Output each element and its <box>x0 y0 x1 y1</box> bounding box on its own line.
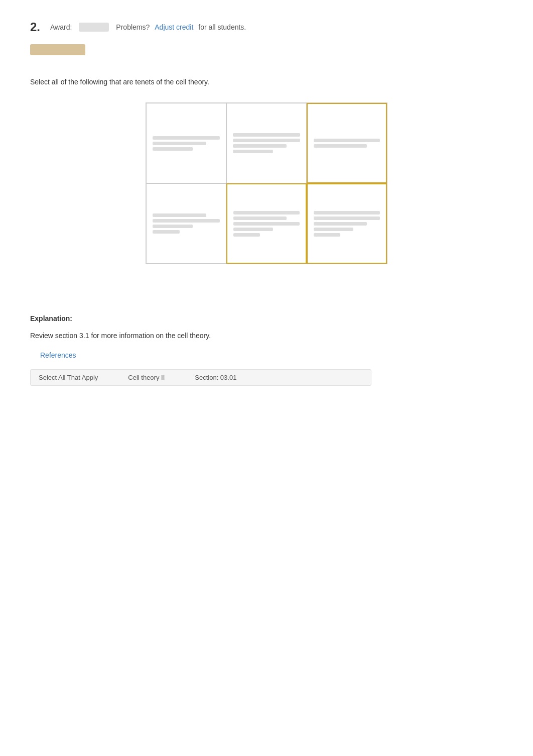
card-5-line-5 <box>233 233 260 237</box>
card-3-line-2 <box>314 144 367 148</box>
card-1-line-1 <box>153 136 220 140</box>
card-4-content <box>153 190 220 257</box>
card-4-line-2 <box>153 219 220 223</box>
card-3[interactable] <box>307 103 387 183</box>
card-2-line-1 <box>233 133 300 137</box>
card-1-line-2 <box>153 142 206 145</box>
metadata-topic: Cell theory II <box>128 374 165 381</box>
card-5-line-3 <box>233 222 300 226</box>
card-5[interactable] <box>226 183 307 264</box>
metadata-type: Select All That Apply <box>39 374 98 381</box>
metadata-bar: Select All That Apply Cell theory II Sec… <box>30 369 371 386</box>
explanation-section: Explanation: Review section 3.1 for more… <box>30 314 503 341</box>
card-1-line-3 <box>153 147 193 151</box>
question-text: Select all of the following that are ten… <box>30 77 503 87</box>
card-3-content <box>314 110 380 176</box>
card-6[interactable] <box>307 183 387 264</box>
for-all-students-text: for all students. <box>198 23 246 31</box>
card-5-line-1 <box>233 211 300 214</box>
card-6-content <box>314 190 380 257</box>
card-6-line-1 <box>314 211 380 214</box>
card-6-line-4 <box>314 228 353 231</box>
references-link[interactable]: References <box>40 351 76 359</box>
award-label: Award: <box>50 23 72 31</box>
card-4-line-3 <box>153 225 193 228</box>
card-3-line-1 <box>314 139 380 142</box>
card-6-line-2 <box>314 217 380 220</box>
card-5-line-4 <box>233 228 273 231</box>
card-4[interactable] <box>146 183 226 264</box>
question-number: 2. <box>30 20 40 34</box>
card-2-line-4 <box>233 150 273 153</box>
card-4-line-1 <box>153 213 206 217</box>
card-1[interactable] <box>146 103 226 183</box>
card-4-line-4 <box>153 230 180 234</box>
card-5-line-2 <box>233 217 287 220</box>
cards-grid <box>146 102 387 264</box>
card-6-line-3 <box>314 222 367 226</box>
award-value <box>79 23 109 32</box>
card-2-line-2 <box>233 139 300 142</box>
references-section: References <box>30 351 503 359</box>
metadata-section: Section: 03.01 <box>195 374 236 381</box>
card-6-line-5 <box>314 233 340 237</box>
card-2-line-3 <box>233 144 287 148</box>
card-2[interactable] <box>226 103 307 183</box>
card-2-content <box>233 110 300 177</box>
explanation-label: Explanation: <box>30 314 503 322</box>
cards-container <box>30 102 503 264</box>
card-5-content <box>233 190 300 257</box>
card-1-content <box>153 110 220 177</box>
answer-badge <box>30 44 85 55</box>
adjust-credit-link[interactable]: Adjust credit <box>155 23 193 31</box>
problems-label: Problems? <box>116 23 150 31</box>
explanation-text: Review section 3.1 for more information … <box>30 331 503 341</box>
